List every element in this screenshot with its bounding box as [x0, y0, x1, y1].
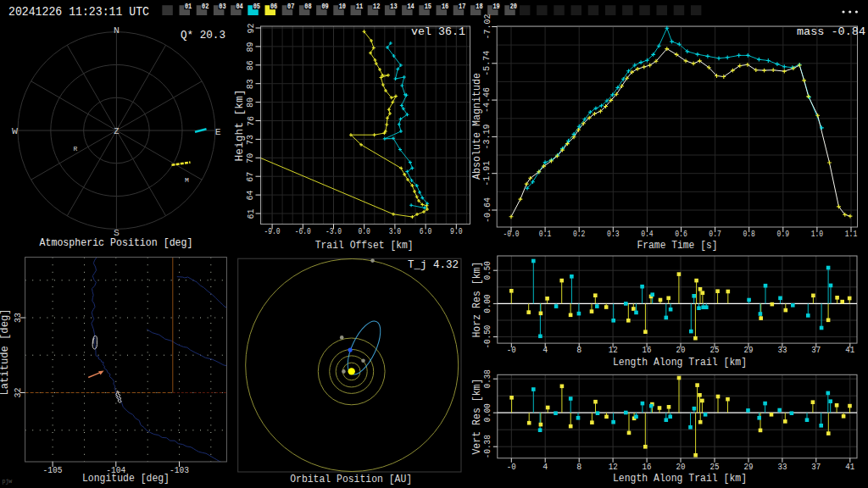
svg-text:-1.91: -1.91 [482, 161, 492, 186]
svg-text:Orbital Position [AU]: Orbital Position [AU] [290, 474, 412, 485]
svg-text:pjw: pjw [3, 479, 13, 485]
svg-text:12: 12 [609, 345, 618, 355]
svg-text:10: 10 [339, 3, 346, 11]
svg-text:9.0: 9.0 [450, 226, 463, 236]
svg-text:Vert Res [km]: Vert Res [km] [471, 379, 483, 455]
svg-text:1.1: 1.1 [845, 229, 858, 239]
svg-text:14: 14 [408, 3, 415, 11]
svg-text:20: 20 [676, 462, 686, 472]
svg-text:Longitude [deg]: Longitude [deg] [82, 473, 170, 485]
svg-text:0.1: 0.1 [539, 229, 552, 239]
svg-text:25: 25 [710, 345, 720, 355]
svg-text:20241226 11:23:11 UTC: 20241226 11:23:11 UTC [8, 5, 149, 19]
svg-text:0.8: 0.8 [743, 229, 755, 239]
svg-text:20: 20 [510, 3, 517, 11]
svg-text:33: 33 [777, 345, 787, 355]
svg-text:08: 08 [304, 3, 311, 11]
svg-text:-3.0: -3.0 [326, 226, 342, 236]
svg-text:Z: Z [114, 126, 119, 136]
svg-text:Atmospheric Position [deg]: Atmospheric Position [deg] [40, 237, 193, 249]
svg-text:15: 15 [425, 3, 431, 11]
svg-text:16: 16 [442, 3, 448, 11]
svg-text:N: N [114, 25, 120, 36]
svg-text:67: 67 [246, 172, 256, 182]
svg-text:16: 16 [643, 462, 652, 472]
svg-text:-103: -103 [170, 465, 189, 475]
svg-text:33: 33 [777, 462, 787, 472]
svg-text:0.9: 0.9 [777, 229, 790, 239]
svg-text:E: E [215, 126, 221, 137]
svg-text:0.3: 0.3 [607, 229, 620, 239]
svg-text:04: 04 [236, 3, 244, 11]
svg-text:37: 37 [811, 462, 821, 472]
svg-text:61: 61 [246, 209, 256, 219]
svg-text:Height [km]: Height [km] [234, 90, 246, 162]
svg-text:1.0: 1.0 [811, 229, 824, 239]
svg-text:Length Along Trail [km]: Length Along Trail [km] [613, 473, 747, 485]
svg-text:Q* 20.3: Q* 20.3 [181, 29, 225, 42]
svg-text:Absolute Magnitude: Absolute Magnitude [471, 73, 483, 180]
svg-text:R: R [74, 145, 78, 152]
svg-text:T_j 4.32: T_j 4.32 [408, 258, 459, 271]
svg-text:4: 4 [542, 345, 548, 355]
svg-text:0.4: 0.4 [641, 229, 654, 239]
svg-text:92: 92 [246, 24, 256, 34]
svg-text:09: 09 [322, 3, 329, 11]
svg-text:-0.0: -0.0 [504, 229, 520, 239]
svg-text:-6.0: -6.0 [295, 226, 311, 236]
svg-text:13: 13 [390, 3, 397, 11]
svg-text:0.00: 0.00 [482, 294, 492, 313]
svg-text:86: 86 [246, 60, 256, 70]
svg-text:20: 20 [676, 345, 686, 355]
svg-text:-3.19: -3.19 [482, 124, 492, 149]
svg-text:25: 25 [710, 462, 720, 472]
svg-text:Horz Res [km]: Horz Res [km] [471, 262, 483, 338]
svg-text:W: W [12, 125, 18, 136]
svg-text:70: 70 [246, 153, 256, 164]
svg-text:8: 8 [576, 345, 581, 355]
svg-text:Length Along Trail [km]: Length Along Trail [km] [613, 357, 747, 369]
svg-text:41: 41 [845, 462, 854, 472]
svg-text:8: 8 [576, 462, 581, 472]
svg-text:33: 33 [13, 313, 23, 323]
svg-text:89: 89 [246, 42, 256, 52]
svg-text:Trail Offset [km]: Trail Offset [km] [315, 240, 414, 252]
svg-text:-4.46: -4.46 [482, 87, 492, 113]
svg-text:mass -0.84: mass -0.84 [797, 25, 865, 38]
svg-text:6.0: 6.0 [420, 226, 432, 236]
svg-text:12: 12 [609, 462, 618, 472]
svg-text:73: 73 [246, 135, 256, 145]
svg-text:01: 01 [185, 3, 192, 11]
svg-text:Frame Time [s]: Frame Time [s] [637, 240, 718, 252]
svg-text:0.6: 0.6 [675, 229, 687, 239]
svg-text:03: 03 [219, 3, 225, 11]
svg-text:0.7: 0.7 [709, 229, 721, 239]
svg-text:-0.64: -0.64 [482, 197, 492, 223]
svg-text:37: 37 [811, 345, 821, 355]
svg-text:17: 17 [459, 3, 465, 11]
svg-text:3.0: 3.0 [389, 226, 402, 236]
svg-text:29: 29 [743, 462, 753, 472]
svg-text:11: 11 [356, 3, 364, 11]
svg-text:0.2: 0.2 [573, 229, 586, 239]
svg-text:16: 16 [643, 345, 652, 355]
svg-text:02: 02 [202, 3, 209, 11]
svg-text:-0.38: -0.38 [482, 435, 492, 458]
svg-text:07: 07 [287, 3, 294, 11]
svg-text:M: M [185, 176, 189, 184]
svg-text:0.0: 0.0 [358, 226, 370, 236]
svg-text:83: 83 [246, 79, 256, 89]
svg-text:-105: -105 [43, 465, 63, 475]
svg-text:19: 19 [493, 3, 500, 11]
svg-text:05: 05 [253, 3, 260, 11]
svg-text:29: 29 [743, 345, 753, 355]
svg-text:0.00: 0.00 [482, 403, 492, 422]
svg-text:vel 36.1: vel 36.1 [411, 25, 465, 38]
svg-text:-0: -0 [507, 462, 516, 472]
svg-text:-5.74: -5.74 [482, 51, 492, 76]
svg-text:64: 64 [246, 191, 256, 201]
svg-text:-7.02: -7.02 [482, 14, 492, 40]
svg-text:32: 32 [13, 388, 23, 398]
svg-text:S: S [114, 227, 120, 238]
svg-text:12: 12 [373, 3, 380, 11]
